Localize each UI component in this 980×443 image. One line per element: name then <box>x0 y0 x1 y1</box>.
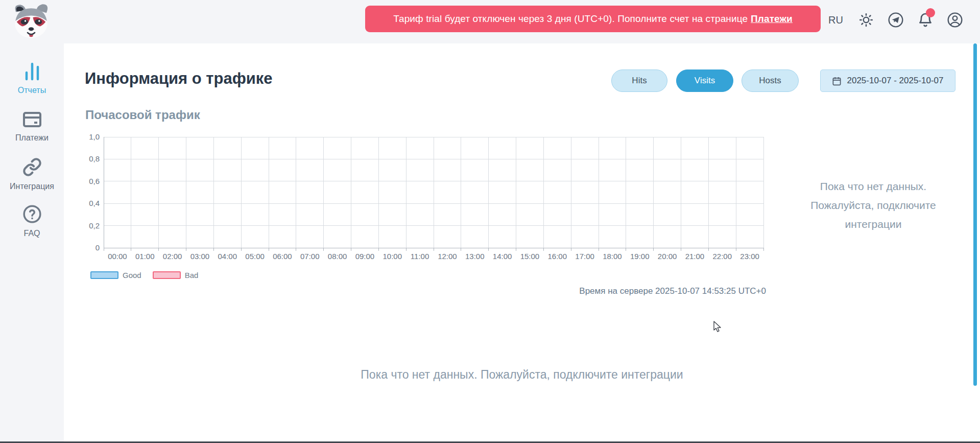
sidebar-item-payments[interactable]: Платежи <box>0 111 64 143</box>
x-axis-tick-label: 19:00 <box>626 252 654 261</box>
language-switcher[interactable]: RU <box>826 13 845 28</box>
plot-area: 1,00,80,60,40,2000:0001:0002:0003:0004:0… <box>104 137 763 248</box>
x-axis-tick-label: 07:00 <box>296 252 324 261</box>
legend-swatch <box>90 271 118 279</box>
bar-chart-icon <box>22 62 42 81</box>
gridline-v <box>406 137 407 248</box>
y-axis-tick-label: 0,2 <box>83 221 100 230</box>
x-axis-tick <box>488 248 489 251</box>
gridline-v <box>626 137 626 248</box>
chart-legend: GoodBad <box>90 271 198 279</box>
x-axis-tick <box>599 248 599 251</box>
telegram-icon[interactable] <box>887 11 904 29</box>
server-time-label: Время на сервере 2025-10-07 14:53:25 UTC… <box>460 286 766 296</box>
credit-card-icon <box>22 111 42 128</box>
x-axis-tick-label: 10:00 <box>378 252 406 261</box>
y-axis-tick-label: 0,4 <box>83 199 100 207</box>
legend-label: Bad <box>185 271 199 279</box>
bell-icon[interactable] <box>917 11 934 29</box>
x-axis-tick-label: 16:00 <box>543 252 571 261</box>
hits-tab-button[interactable]: Hits <box>611 69 667 92</box>
gridline-v <box>708 137 709 248</box>
gridline-v <box>323 137 324 248</box>
x-axis-tick <box>378 248 379 251</box>
gridline-v <box>186 137 186 248</box>
gridline-v <box>296 137 296 248</box>
date-range-picker[interactable]: 2025-10-07 - 2025-10-07 <box>820 69 955 92</box>
x-axis-tick <box>296 248 296 251</box>
gridline-v <box>681 137 681 248</box>
gridline-v <box>241 137 242 248</box>
gridline-v <box>653 137 654 248</box>
header-actions: RU <box>826 11 964 29</box>
hourly-traffic-chart: 1,00,80,60,40,2000:0001:0002:0003:0004:0… <box>85 137 780 290</box>
gridline-v <box>543 137 544 248</box>
legend-item: Bad <box>153 271 199 279</box>
x-axis-tick-label: 03:00 <box>186 252 214 261</box>
x-axis-tick <box>186 248 186 251</box>
x-axis-tick-label: 22:00 <box>708 252 736 261</box>
page-title: Информация о трафике <box>85 69 273 88</box>
gridline-v <box>763 137 764 248</box>
gridline-v <box>736 137 736 248</box>
x-axis-tick-label: 21:00 <box>681 252 709 261</box>
x-axis-tick <box>158 248 159 251</box>
x-axis-tick <box>131 248 131 251</box>
notification-dot <box>926 8 935 17</box>
banner-payments-link[interactable]: Платежи <box>751 13 793 25</box>
x-axis-tick <box>516 248 516 251</box>
x-axis-tick <box>406 248 407 251</box>
gridline-v <box>516 137 516 248</box>
legend-swatch <box>153 271 181 279</box>
x-axis-tick <box>543 248 544 251</box>
x-axis-tick <box>269 248 269 251</box>
x-axis-tick-label: 04:00 <box>213 252 241 261</box>
sidebar-item-reports[interactable]: Отчеты <box>0 62 64 95</box>
x-axis-tick <box>653 248 654 251</box>
hosts-tab-button[interactable]: Hosts <box>742 69 799 92</box>
date-range-value: 2025-10-07 - 2025-10-07 <box>847 76 943 86</box>
no-data-message-bottom: Пока что нет данных. Пожалуйста, подключ… <box>64 368 980 382</box>
sidebar-item-label: Отчеты <box>0 86 64 95</box>
profile-icon[interactable] <box>946 11 964 29</box>
y-axis-tick-label: 1,0 <box>83 132 100 141</box>
x-axis-tick <box>213 248 214 251</box>
page-scrollbar-thumb[interactable] <box>973 43 977 386</box>
sidebar-item-label: Интеграция <box>0 182 64 191</box>
gridline-v <box>571 137 571 248</box>
x-axis-tick <box>763 248 764 251</box>
x-axis-tick-label: 02:00 <box>159 252 186 261</box>
trial-warning-banner: Тариф trial будет отключен через 3 дня (… <box>365 6 821 32</box>
x-axis-tick-label: 11:00 <box>406 252 434 261</box>
sun-theme-icon[interactable] <box>857 11 875 29</box>
y-axis-tick-label: 0,8 <box>83 154 100 163</box>
x-axis-tick <box>241 248 242 251</box>
x-axis-tick-label: 20:00 <box>654 252 681 261</box>
raccoon-logo[interactable] <box>8 2 54 40</box>
x-axis-tick-label: 06:00 <box>269 252 296 261</box>
x-axis-tick <box>323 248 324 251</box>
x-axis-tick <box>626 248 626 251</box>
gridline-v <box>269 137 269 248</box>
gridline-v <box>158 137 159 248</box>
x-axis-tick-label: 18:00 <box>599 252 626 261</box>
sidebar-item-integration[interactable]: Интеграция <box>0 157 64 191</box>
legend-label: Good <box>123 271 141 279</box>
gridline-v <box>104 137 104 248</box>
calendar-icon <box>832 76 842 86</box>
x-axis-tick-label: 09:00 <box>351 252 379 261</box>
x-axis-tick <box>681 248 681 251</box>
gridline-v <box>434 137 434 248</box>
sidebar-item-faq[interactable]: FAQ <box>0 204 64 238</box>
gridline-v <box>488 137 489 248</box>
gridline-v <box>213 137 214 248</box>
legend-item: Good <box>90 271 141 279</box>
gridline-v <box>378 137 379 248</box>
x-axis-tick <box>571 248 571 251</box>
x-axis-tick-label: 12:00 <box>434 252 461 261</box>
chart-section-title: Почасовой трафик <box>85 108 200 122</box>
y-axis-tick-label: 0 <box>83 243 100 252</box>
gridline-v <box>461 137 461 248</box>
x-axis-tick <box>351 248 351 251</box>
visits-tab-button[interactable]: Visits <box>676 69 733 92</box>
